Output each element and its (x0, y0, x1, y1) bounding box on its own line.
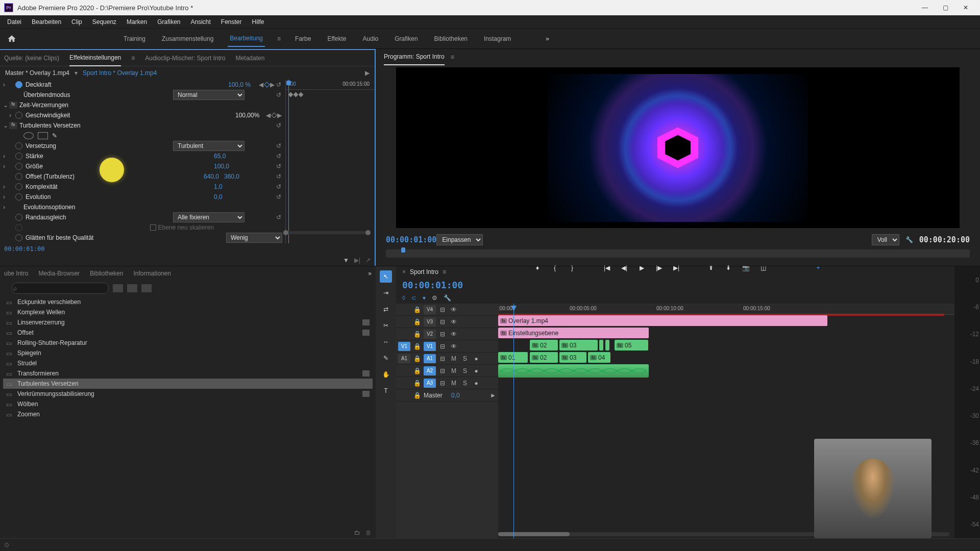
quality-select[interactable]: Voll (872, 234, 899, 245)
lock-icon[interactable]: 🔒 (412, 379, 422, 388)
timeline-playhead[interactable] (513, 304, 514, 538)
clip-v1-04[interactable]: fx04 (588, 352, 610, 363)
home-icon[interactable] (4, 31, 19, 46)
clip-audio[interactable] (498, 364, 649, 378)
menu-ansicht[interactable]: Ansicht (185, 16, 215, 28)
time-ruler[interactable]: :00:00 00:00:05:00 00:00:10:00 00:00:15:… (498, 304, 954, 315)
badge-fx-icon[interactable] (113, 284, 123, 292)
track-a1-label[interactable]: A1 (424, 354, 436, 363)
reset-icon[interactable]: ↺ (275, 122, 282, 129)
track-a2-header[interactable]: 🔒 A2 ⊟ M S ● (396, 365, 498, 377)
source-v1-label[interactable]: V1 (398, 342, 410, 351)
tab-menu-icon[interactable]: ≡ (451, 54, 454, 61)
complexity-value[interactable]: 1,0 (214, 183, 244, 190)
ws-training[interactable]: Training (121, 31, 148, 46)
sequence-name[interactable]: Sport Intro (410, 268, 438, 276)
track-a3-header[interactable]: 🔒 A3 ⊟ M S ● (396, 377, 498, 389)
rect-mask-icon[interactable] (38, 132, 48, 139)
solo-icon[interactable]: S (460, 354, 470, 363)
ws-zusammenstellung[interactable]: Zusammenstellung (160, 31, 215, 46)
track-a2-row[interactable] (498, 379, 954, 391)
twirl-icon[interactable]: › (3, 183, 9, 190)
track-v4-header[interactable]: 🔒 V4 ⊟ 👁 (396, 304, 498, 316)
mute-icon[interactable]: M (449, 354, 458, 363)
fit-select[interactable]: Einpassen (436, 234, 483, 245)
next-kf-icon[interactable]: ▶ (270, 81, 275, 88)
keyframe-icon[interactable] (288, 92, 293, 97)
speed-value[interactable]: 100,00% (235, 112, 266, 119)
ws-bearbeitung[interactable]: Bearbeitung (228, 31, 265, 47)
seq-menu-icon[interactable]: ≡ (443, 268, 446, 276)
clip-v1-02[interactable]: fx02 (530, 352, 558, 363)
prev-kf-icon[interactable]: ◀ (266, 112, 271, 119)
effect-item[interactable]: ▭Verkrümmungsstabilisierung (3, 389, 373, 399)
effect-item[interactable]: ▭Eckpunkte verschieben (3, 297, 373, 307)
tab-project[interactable]: ube Intro (4, 266, 28, 281)
trash-icon[interactable]: 🗑 (365, 529, 372, 536)
track-v3-header[interactable]: 🔒 V3 ⊟ 👁 (396, 316, 498, 328)
tab-libraries[interactable]: Bibliotheken (90, 266, 123, 281)
fx-badge[interactable]: fx (9, 102, 17, 109)
menu-marken[interactable]: Marken (121, 16, 152, 28)
ws-overflow-icon[interactable]: » (546, 35, 549, 42)
ws-audio[interactable]: Audio (361, 31, 381, 46)
lock-icon[interactable]: 🔒 (412, 391, 422, 400)
lock-icon[interactable]: 🔒 (412, 305, 422, 314)
next-kf-icon[interactable]: ▶ (277, 112, 282, 119)
stopwatch-icon[interactable] (15, 234, 22, 241)
stopwatch-icon[interactable] (15, 153, 22, 160)
stopwatch-icon[interactable] (15, 81, 22, 88)
track-select-tool-icon[interactable]: ⇥ (380, 287, 392, 299)
solo-icon[interactable]: S (460, 379, 470, 388)
offset-y-value[interactable]: 360,0 (224, 173, 244, 180)
linked-sel-icon[interactable]: ⊂ (411, 294, 416, 302)
maximize-button[interactable]: ▢ (935, 0, 955, 15)
reset-icon[interactable]: ↺ (275, 214, 282, 221)
clip-v2-02[interactable]: fx02 (530, 340, 558, 350)
sync-lock-icon[interactable]: ⊟ (438, 366, 447, 375)
effect-item[interactable]: ▭Strudel (3, 358, 373, 368)
overflow-icon[interactable]: » (368, 270, 372, 277)
master-clip-label[interactable]: Master * Overlay 1.mp4 (5, 69, 69, 77)
reset-icon[interactable]: ↺ (275, 163, 282, 170)
wrench-icon[interactable]: 🔧 (444, 294, 451, 302)
marker-icon[interactable]: ▾ (423, 294, 426, 302)
twirl-icon[interactable]: › (3, 193, 9, 201)
settings-icon[interactable]: ⚙ (432, 294, 437, 302)
ws-bibliotheken[interactable]: Bibliotheken (432, 31, 470, 46)
ws-instagram[interactable]: Instagram (482, 31, 513, 46)
scrubber-playhead[interactable] (401, 247, 405, 253)
expand-icon[interactable]: ► (490, 392, 496, 399)
reset-icon[interactable]: ↺ (275, 193, 282, 201)
tab-source[interactable]: Quelle: (keine Clips) (4, 51, 59, 66)
reset-icon[interactable]: ↺ (275, 81, 282, 88)
scroll-thumb[interactable] (498, 532, 570, 536)
dropdown-icon[interactable]: ▾ (75, 69, 78, 77)
tab-media-browser[interactable]: Media-Browser (38, 266, 80, 281)
twirl-icon[interactable]: › (3, 204, 9, 211)
ws-effekte[interactable]: Effekte (325, 31, 348, 46)
stopwatch-icon[interactable] (15, 163, 22, 170)
opacity-value[interactable]: 100,0 % (228, 81, 259, 88)
record-icon[interactable]: ● (472, 354, 481, 363)
master-value[interactable]: 0,0 (451, 392, 460, 399)
filter-icon[interactable]: ▼ (343, 257, 349, 264)
close-seq-icon[interactable]: × (402, 268, 406, 276)
playhead[interactable] (288, 80, 289, 243)
track-v1-row[interactable]: fx01 fx02 fx03 fx04 (498, 352, 954, 364)
amount-value[interactable]: 65,0 (214, 153, 244, 160)
track-a1-header[interactable]: A1 🔒 A1 ⊟ M S ● (396, 353, 498, 365)
clip-v2-03[interactable]: fx03 (559, 340, 598, 350)
add-kf-icon[interactable] (271, 112, 277, 118)
ws-grafiken[interactable]: Grafiken (393, 31, 420, 46)
stopwatch-icon[interactable] (15, 193, 22, 201)
stopwatch-icon[interactable] (15, 173, 22, 180)
sync-lock-icon[interactable]: ⊟ (438, 330, 447, 339)
track-v1-label[interactable]: V1 (424, 342, 436, 351)
clip-v2-gap1[interactable] (599, 340, 603, 350)
track-v2-header[interactable]: 🔒 V2 ⊟ 👁 (396, 328, 498, 340)
tab-audio-mixer[interactable]: Audioclip-Mischer: Sport Intro (145, 51, 225, 66)
track-v4-row[interactable]: fxOverlay 1.mp4 (498, 315, 954, 327)
tab-metadata[interactable]: Metadaten (236, 51, 265, 66)
menu-clip[interactable]: Clip (66, 16, 87, 28)
